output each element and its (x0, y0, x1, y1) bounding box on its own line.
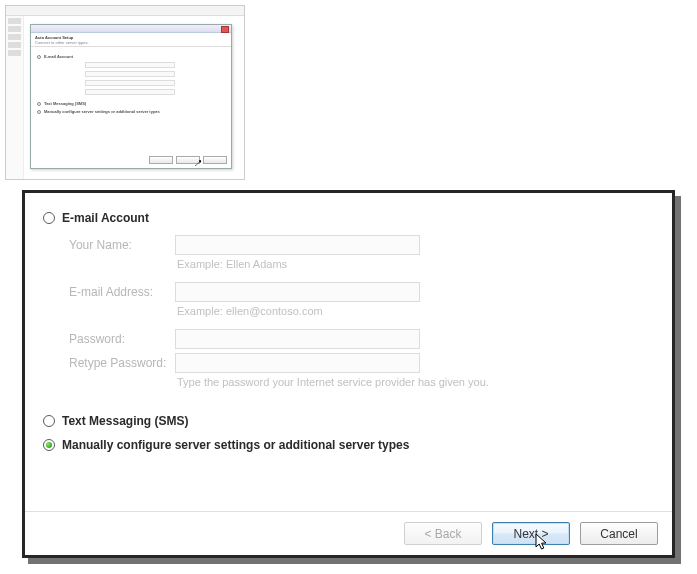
your-name-field[interactable] (175, 235, 420, 255)
thumb-cancel-button (203, 156, 227, 164)
retype-password-label: Retype Password: (69, 356, 175, 370)
next-button[interactable]: Next > (492, 522, 570, 545)
option-email-label: E-mail Account (62, 211, 149, 225)
your-name-hint: Example: Ellen Adams (175, 255, 654, 276)
option-sms[interactable]: Text Messaging (SMS) (43, 414, 654, 428)
back-button-label: < Back (424, 527, 461, 541)
option-sms-label: Text Messaging (SMS) (62, 414, 188, 428)
option-manual-config[interactable]: Manually configure server settings or ad… (43, 438, 654, 452)
thumb-dialog: Auto Account Setup Connect to other serv… (30, 24, 232, 169)
thumb-opt-sms: Text Messaging (SMS) (44, 101, 86, 106)
email-form-block: Your Name: Example: Ellen Adams E-mail A… (69, 235, 654, 394)
thumb-opt-manual: Manually configure server settings or ad… (44, 109, 160, 114)
retype-password-field[interactable] (175, 353, 420, 373)
back-button[interactable]: < Back (404, 522, 482, 545)
context-thumbnail: Auto Account Setup Connect to other serv… (5, 5, 245, 180)
thumb-cursor-icon: ⭧ (194, 158, 203, 168)
email-address-label: E-mail Address: (69, 285, 175, 299)
account-setup-dialog: E-mail Account Your Name: Example: Ellen… (22, 190, 675, 558)
email-address-field[interactable] (175, 282, 420, 302)
option-manual-label: Manually configure server settings or ad… (62, 438, 409, 452)
your-name-label: Your Name: (69, 238, 175, 252)
radio-sms-icon (43, 415, 55, 427)
thumb-subtitle-sub: Connect to other server types. (35, 40, 227, 45)
radio-email-icon (43, 212, 55, 224)
thumb-back-button (149, 156, 173, 164)
password-field[interactable] (175, 329, 420, 349)
option-email-account[interactable]: E-mail Account (43, 211, 654, 225)
next-button-label: Next > (513, 527, 548, 541)
cancel-button[interactable]: Cancel (580, 522, 658, 545)
password-hint: Type the password your Internet service … (175, 373, 654, 394)
wizard-button-bar: < Back Next > Cancel (25, 511, 672, 555)
radio-manual-icon (43, 439, 55, 451)
email-address-hint: Example: ellen@contoso.com (175, 302, 654, 323)
thumb-opt-email: E-mail Account (44, 54, 73, 59)
password-label: Password: (69, 332, 175, 346)
cancel-button-label: Cancel (600, 527, 637, 541)
